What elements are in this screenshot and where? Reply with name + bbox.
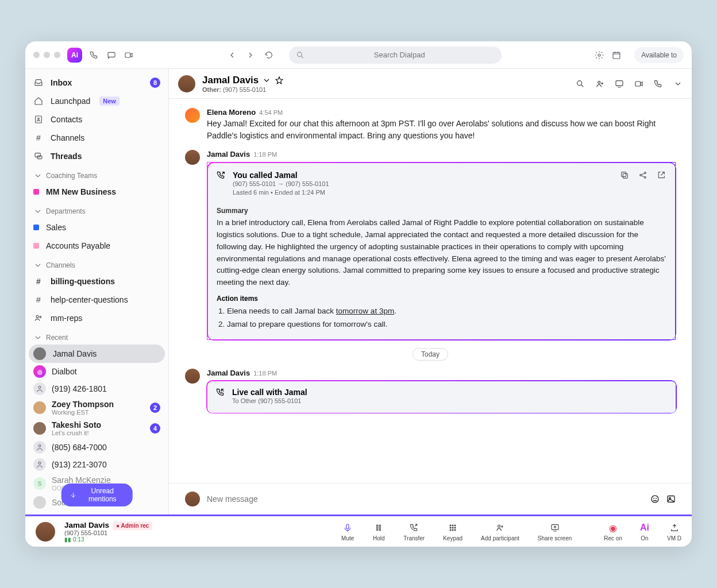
svg-point-39 bbox=[454, 529, 456, 531]
svg-point-23 bbox=[652, 496, 658, 502]
color-swatch-icon bbox=[33, 189, 39, 195]
avatar bbox=[33, 347, 46, 360]
svg-point-25 bbox=[656, 498, 657, 498]
section-recent[interactable]: Recent bbox=[25, 327, 168, 345]
forward-icon[interactable] bbox=[245, 50, 256, 60]
unread-mentions-button[interactable]: Unread mentions bbox=[61, 483, 133, 506]
dept-sales[interactable]: Sales bbox=[25, 218, 168, 237]
message-input[interactable] bbox=[207, 494, 643, 504]
svg-rect-4 bbox=[613, 52, 620, 59]
call-name: Jamal Davis bbox=[64, 521, 109, 529]
phone-out-icon bbox=[217, 171, 226, 180]
video-icon[interactable] bbox=[634, 79, 643, 88]
phone-icon[interactable] bbox=[654, 79, 663, 88]
recent-zoey[interactable]: Zoey ThompsonWorking EST2 bbox=[25, 397, 168, 418]
window-controls[interactable] bbox=[33, 52, 60, 58]
people-icon bbox=[33, 314, 44, 323]
message-time: 4:54 PM bbox=[259, 109, 283, 116]
avatar bbox=[185, 108, 200, 123]
screen-icon[interactable] bbox=[615, 79, 624, 88]
rec-indicator[interactable]: ◉Rec on bbox=[604, 521, 622, 541]
search-bar[interactable] bbox=[289, 47, 502, 64]
recent-takeshi[interactable]: Takeshi SotoLet's crush it!4 bbox=[25, 418, 168, 439]
live-call-card[interactable]: Live call with Jamal To Other (907) 555-… bbox=[207, 381, 676, 412]
keypad-button[interactable]: Keypad bbox=[443, 521, 462, 541]
refresh-icon[interactable] bbox=[264, 50, 274, 60]
hold-button[interactable]: Hold bbox=[372, 521, 385, 541]
recent-item[interactable]: (913) 221-3070 bbox=[25, 456, 168, 473]
svg-rect-30 bbox=[380, 525, 381, 530]
nav-contacts[interactable]: Contacts bbox=[25, 110, 168, 129]
phone-icon[interactable] bbox=[89, 50, 99, 60]
screen-share-icon bbox=[549, 521, 561, 534]
nav-threads[interactable]: Threads bbox=[25, 147, 168, 165]
image-icon[interactable] bbox=[666, 494, 676, 504]
channel-billing[interactable]: #billing-questions bbox=[25, 272, 168, 291]
back-icon[interactable] bbox=[227, 50, 237, 60]
svg-rect-7 bbox=[35, 153, 40, 157]
new-pill: New bbox=[99, 96, 119, 106]
transfer-button[interactable]: Transfer bbox=[403, 521, 425, 541]
section-channels[interactable]: Channels bbox=[25, 255, 168, 272]
open-icon[interactable] bbox=[657, 171, 666, 180]
chat-title[interactable]: Jamal Davis bbox=[202, 75, 284, 86]
svg-point-20 bbox=[640, 175, 642, 176]
hash-icon: # bbox=[33, 277, 44, 286]
nav-channels[interactable]: #Channels bbox=[25, 129, 168, 147]
svg-point-10 bbox=[40, 316, 41, 318]
vm-button[interactable]: VM D bbox=[667, 521, 681, 541]
svg-point-13 bbox=[38, 462, 41, 464]
video-icon[interactable] bbox=[124, 50, 134, 60]
mute-button[interactable]: Mute bbox=[341, 521, 354, 541]
nav-launchpad[interactable]: LaunchpadNew bbox=[25, 92, 168, 110]
share-icon[interactable] bbox=[638, 171, 647, 180]
message: Jamal Davis1:18 PM Live call with Jamal … bbox=[185, 369, 676, 412]
action-items-label: Action items bbox=[217, 295, 666, 303]
call-title: You called Jamal bbox=[233, 171, 329, 180]
search-icon[interactable] bbox=[576, 79, 585, 88]
share-screen-button[interactable]: Share screen bbox=[538, 521, 572, 541]
svg-rect-18 bbox=[623, 173, 627, 178]
settings-icon[interactable] bbox=[594, 50, 604, 60]
svg-point-37 bbox=[450, 529, 451, 531]
add-person-icon[interactable] bbox=[595, 79, 604, 88]
phone-live-icon bbox=[216, 388, 225, 397]
message: Jamal Davis1:18 PM You called Jamal (907… bbox=[185, 150, 676, 340]
chevron-down-icon bbox=[33, 333, 43, 342]
nav-inbox[interactable]: Inbox8 bbox=[25, 74, 168, 92]
svg-rect-19 bbox=[622, 172, 626, 177]
emoji-icon[interactable] bbox=[650, 494, 660, 504]
svg-point-40 bbox=[498, 525, 500, 527]
app-window: Ai Available to Inbox8 LaunchpadNew Cont… bbox=[25, 41, 692, 547]
unread-badge: 2 bbox=[150, 403, 160, 413]
svg-point-35 bbox=[452, 527, 453, 528]
dept-ap[interactable]: Accounts Payable bbox=[25, 237, 168, 255]
recent-item[interactable]: (919) 426-1801 bbox=[25, 380, 168, 397]
recent-jamal[interactable]: Jamal Davis bbox=[29, 345, 165, 363]
section-coaching[interactable]: Coaching Teams bbox=[25, 165, 168, 183]
coaching-item[interactable]: MM New Business bbox=[25, 183, 168, 201]
chat-header: Jamal Davis Other: (907) 555-0101 bbox=[169, 69, 692, 99]
recent-dialbot[interactable]: ◎Dialbot bbox=[25, 363, 168, 380]
copy-icon[interactable] bbox=[620, 171, 629, 180]
search-input[interactable] bbox=[304, 51, 495, 59]
section-departments[interactable]: Departments bbox=[25, 201, 168, 218]
add-participant-button[interactable]: Add participant bbox=[481, 521, 519, 541]
svg-point-21 bbox=[645, 172, 646, 174]
recent-item[interactable]: (805) 684-7000 bbox=[25, 439, 168, 456]
chevron-down-icon[interactable] bbox=[673, 79, 683, 88]
star-icon[interactable] bbox=[275, 76, 284, 85]
call-summary-card: You called Jamal (907) 555-0101 → (907) … bbox=[207, 162, 676, 340]
availability-pill[interactable]: Available to bbox=[634, 47, 684, 63]
channel-mmreps[interactable]: mm-reps bbox=[25, 309, 168, 327]
channel-help[interactable]: #help-center-questions bbox=[25, 291, 168, 309]
ai-indicator[interactable]: AiOn bbox=[638, 521, 651, 541]
avatar bbox=[185, 150, 200, 165]
avatar bbox=[33, 496, 46, 509]
add-person-icon bbox=[494, 521, 506, 534]
avatar bbox=[185, 369, 200, 384]
calendar-icon[interactable] bbox=[611, 50, 622, 60]
svg-point-14 bbox=[577, 80, 582, 85]
message-icon[interactable] bbox=[106, 50, 117, 60]
svg-rect-29 bbox=[377, 525, 378, 530]
